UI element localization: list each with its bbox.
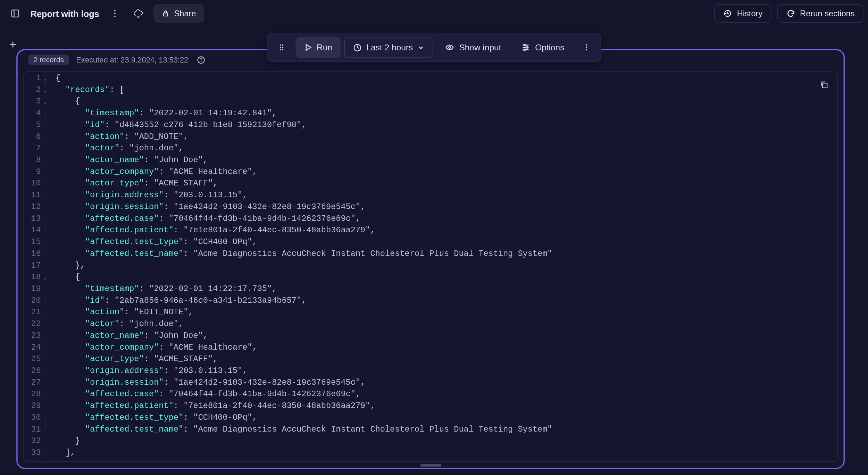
code-line: "id": "2ab7a856-946a-46c0-a341-b2133a94b… bbox=[46, 294, 552, 306]
history-label: History bbox=[737, 9, 762, 18]
line-number: 10 bbox=[24, 177, 46, 189]
run-button[interactable]: Run bbox=[295, 37, 340, 58]
fold-chevron-icon[interactable]: ⌄ bbox=[43, 272, 47, 284]
timeframe-dropdown[interactable]: Last 2 hours bbox=[344, 37, 434, 58]
line-number: 9 bbox=[24, 166, 46, 177]
code-line: "affected.patient": "7e1e801a-2f40-44ec-… bbox=[46, 224, 552, 236]
code-line: "affected.test_name": "Acme Diagnostics … bbox=[46, 423, 552, 435]
code-line: "origin.session": "1ae424d2-9103-432e-82… bbox=[46, 201, 552, 212]
svg-rect-5 bbox=[163, 13, 167, 16]
resize-handle[interactable] bbox=[420, 464, 441, 467]
line-number: 3⌄ bbox=[24, 95, 46, 107]
copy-button[interactable] bbox=[816, 77, 832, 93]
share-button[interactable]: Share bbox=[153, 4, 204, 23]
code-viewer: 1⌄{2⌄ "records": [3⌄ {4 "timestamp": "20… bbox=[23, 72, 837, 462]
svg-point-4 bbox=[114, 16, 115, 17]
line-number: 12 bbox=[24, 201, 46, 212]
line-number: 18⌄ bbox=[24, 271, 46, 283]
code-line: } bbox=[46, 435, 552, 447]
code-line: "actor_type": "ACME_STAFF", bbox=[46, 177, 552, 189]
code-line: ], bbox=[46, 447, 552, 458]
line-number: 8 bbox=[24, 154, 46, 166]
fold-chevron-icon[interactable]: ⌄ bbox=[43, 97, 47, 108]
drag-handle-icon[interactable] bbox=[271, 37, 292, 58]
top-bar: Report with logs Share History Rerun sec… bbox=[0, 0, 868, 27]
svg-rect-0 bbox=[12, 10, 19, 17]
run-toolbar: Run Last 2 hours Show input Options bbox=[267, 33, 601, 62]
code-scroll[interactable]: 1⌄{2⌄ "records": [3⌄ {4 "timestamp": "20… bbox=[24, 72, 837, 461]
line-number: 30 bbox=[24, 411, 46, 423]
toolbar-more-icon[interactable] bbox=[576, 37, 597, 58]
cloud-sync-icon[interactable] bbox=[130, 5, 146, 22]
run-label: Run bbox=[317, 43, 332, 52]
panel-toggle-icon[interactable] bbox=[7, 5, 23, 22]
timeframe-label: Last 2 hours bbox=[366, 43, 413, 52]
code-line: "id": "d4843552-c276-412b-b1e8-1592130fe… bbox=[46, 119, 552, 131]
svg-point-12 bbox=[280, 49, 281, 50]
svg-point-23 bbox=[586, 44, 587, 46]
svg-marker-14 bbox=[306, 44, 311, 50]
code-line: "affected.test_name": "Acme Diagnostics … bbox=[46, 248, 552, 259]
svg-point-25 bbox=[586, 49, 587, 50]
line-number: 13 bbox=[24, 212, 46, 224]
line-number: 23 bbox=[24, 330, 46, 341]
svg-point-13 bbox=[282, 49, 283, 50]
line-number: 17 bbox=[24, 259, 46, 271]
options-label: Options bbox=[535, 43, 564, 52]
page-title: Report with logs bbox=[31, 8, 99, 18]
svg-point-16 bbox=[449, 47, 451, 48]
code-line: "actor": "john.doe", bbox=[46, 318, 552, 330]
line-number: 21 bbox=[24, 306, 46, 318]
code-line: "affected.test_type": "CCH400-OPq", bbox=[46, 236, 552, 248]
line-number: 20 bbox=[24, 294, 46, 306]
more-vertical-icon[interactable] bbox=[106, 5, 123, 22]
line-number: 19 bbox=[24, 283, 46, 294]
sliders-icon bbox=[521, 43, 531, 52]
code-line: "affected.case": "70464f44-fd3b-41ba-9d4… bbox=[46, 388, 552, 400]
eye-icon bbox=[445, 43, 454, 52]
fold-chevron-icon[interactable]: ⌄ bbox=[43, 73, 47, 85]
svg-point-22 bbox=[524, 49, 525, 50]
show-input-button[interactable]: Show input bbox=[437, 37, 509, 58]
line-number: 1⌄ bbox=[24, 72, 46, 84]
top-bar-right: History Rerun sections bbox=[714, 4, 863, 23]
line-number: 6 bbox=[24, 131, 46, 142]
line-number: 27 bbox=[24, 376, 46, 388]
fold-chevron-icon[interactable]: ⌄ bbox=[43, 85, 47, 97]
clock-icon bbox=[353, 43, 361, 52]
lock-icon bbox=[161, 9, 169, 18]
line-number: 24 bbox=[24, 341, 46, 353]
line-number: 32 bbox=[24, 435, 46, 447]
code-line: "actor": "john.doe", bbox=[46, 142, 552, 154]
executed-at-text: Executed at: 23.9.2024, 13:53:22 bbox=[76, 55, 188, 64]
code-line: "affected.case": "70464f44-fd3b-41ba-9d4… bbox=[46, 212, 552, 224]
record-count-badge: 2 records bbox=[28, 55, 69, 65]
line-number: 22 bbox=[24, 318, 46, 330]
svg-point-24 bbox=[586, 47, 587, 48]
show-input-label: Show input bbox=[459, 43, 501, 52]
code-line: { bbox=[46, 95, 552, 107]
svg-point-11 bbox=[282, 47, 283, 48]
history-button[interactable]: History bbox=[714, 4, 771, 23]
code-line: { bbox=[46, 72, 552, 84]
share-label: Share bbox=[174, 9, 196, 18]
code-line: "affected.patient": "7e1e801a-2f40-44ec-… bbox=[46, 400, 552, 412]
info-icon[interactable] bbox=[195, 54, 207, 66]
options-button[interactable]: Options bbox=[513, 37, 573, 58]
line-number: 33 bbox=[24, 447, 46, 458]
rerun-button[interactable]: Rerun sections bbox=[777, 4, 863, 23]
code-line: "origin.session": "1ae424d2-9103-432e-82… bbox=[46, 376, 552, 388]
history-icon bbox=[723, 9, 732, 18]
line-number: 25 bbox=[24, 353, 46, 365]
line-number: 28 bbox=[24, 388, 46, 400]
line-number: 15 bbox=[24, 236, 46, 248]
play-icon bbox=[304, 43, 312, 52]
svg-point-8 bbox=[280, 44, 281, 46]
code-line: "records": [ bbox=[46, 84, 552, 95]
line-number: 5 bbox=[24, 119, 46, 131]
results-panel: 2 records Executed at: 23.9.2024, 13:53:… bbox=[16, 49, 845, 469]
line-number: 31 bbox=[24, 423, 46, 435]
line-number: 4 bbox=[24, 107, 46, 119]
chevron-down-icon bbox=[418, 44, 425, 51]
rerun-label: Rerun sections bbox=[800, 9, 854, 18]
